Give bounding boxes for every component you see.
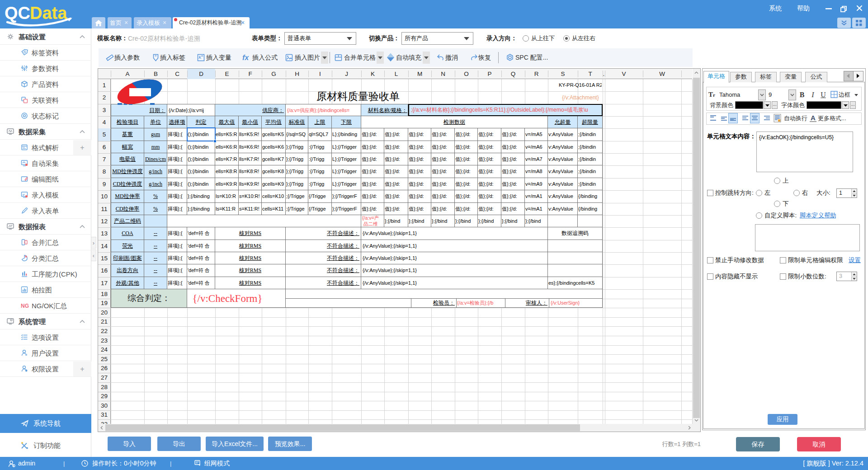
svg-text:Data: Data [30,4,67,23]
svg-text:QC: QC [5,4,30,23]
svg-text:NG: NG [21,303,29,309]
